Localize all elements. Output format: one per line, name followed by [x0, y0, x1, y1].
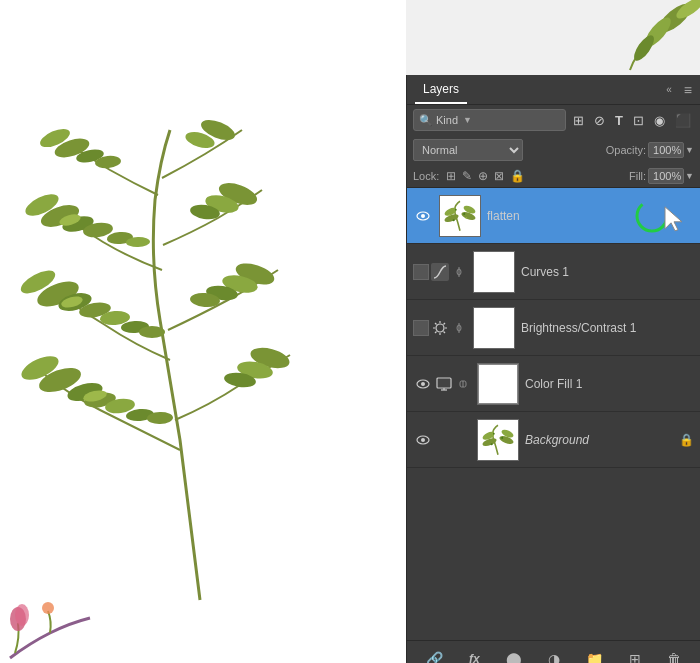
layer-item-flatten[interactable]: flatten — [407, 188, 700, 244]
filter-icon-image[interactable]: ⊞ — [570, 111, 587, 130]
svg-point-62 — [436, 324, 444, 332]
svg-point-53 — [453, 219, 455, 221]
opacity-dropdown-arrow[interactable]: ▼ — [685, 145, 694, 155]
layer-link-colorfill1 — [455, 376, 471, 392]
canvas-area — [0, 0, 406, 663]
filter-icon-adjust[interactable]: ⊘ — [591, 111, 608, 130]
layer-name-brightness1: Brightness/Contrast 1 — [521, 321, 694, 335]
layer-visibility-background[interactable] — [413, 434, 433, 446]
layer-adj-icon-colorfill1 — [433, 373, 455, 395]
bottom-icon-adjust[interactable]: ◑ — [543, 647, 565, 664]
svg-line-69 — [444, 323, 446, 325]
layer-item-curves1[interactable]: Curves 1 — [407, 244, 700, 300]
lock-icon-paint[interactable]: ✎ — [461, 168, 473, 184]
lock-icon-all[interactable]: 🔒 — [509, 168, 526, 184]
filter-icon-text[interactable]: T — [612, 111, 626, 130]
top-right-leaf-svg — [600, 0, 700, 75]
layer-thumb-brightness1 — [473, 307, 515, 349]
fill-value[interactable]: 100% — [648, 168, 684, 184]
svg-point-41 — [42, 602, 54, 614]
layer-item-brightness1[interactable]: Brightness/Contrast 1 — [407, 300, 700, 356]
layer-link-curves1 — [451, 264, 467, 280]
svg-point-73 — [421, 382, 425, 386]
link-icon-curves1 — [453, 266, 465, 278]
blend-opacity-row: Normal Opacity: 100% ▼ — [407, 135, 700, 165]
opacity-label: Opacity: — [606, 144, 646, 156]
panel-bottom-toolbar: 🔗 fx ⬤ ◑ 📁 ⊞ 🗑 — [407, 640, 700, 663]
fill-control: Fill: 100% ▼ — [629, 168, 694, 184]
svg-point-54 — [463, 212, 465, 214]
leaf-illustration — [0, 20, 406, 660]
blend-mode-select[interactable]: Normal — [413, 139, 523, 161]
search-icon: 🔍 — [419, 114, 433, 127]
svg-line-70 — [435, 331, 437, 333]
panel-header: Layers « ≡ — [407, 75, 700, 105]
layer-thumb-curves1 — [473, 251, 515, 293]
layer-link-brightness1 — [451, 320, 467, 336]
layer-name-colorfill1: Color Fill 1 — [525, 377, 694, 391]
cursor-arrow-icon — [662, 204, 686, 232]
svg-point-80 — [421, 438, 425, 442]
panel-menu-icon[interactable]: ≡ — [684, 82, 692, 98]
tab-layers[interactable]: Layers — [415, 75, 467, 104]
svg-point-55 — [455, 208, 457, 210]
filter-icon-shape[interactable]: ⊡ — [630, 111, 647, 130]
eye-icon-flatten — [416, 210, 430, 222]
bottom-icon-link[interactable]: 🔗 — [421, 647, 448, 664]
svg-line-67 — [435, 323, 437, 325]
filter-icon-pixel[interactable]: ⬛ — [672, 111, 694, 130]
panel-tabs: Layers — [415, 75, 467, 104]
link-icon-brightness1 — [453, 322, 465, 334]
lock-row: Lock: ⊞ ✎ ⊕ ⊠ 🔒 Fill: 100% ▼ — [407, 165, 700, 188]
filter-kind-label: Kind — [436, 114, 458, 126]
svg-point-40 — [15, 604, 29, 626]
layer-name-curves1: Curves 1 — [521, 265, 694, 279]
filter-search-box[interactable]: 🔍 Kind ▼ — [413, 109, 566, 131]
layer-visibility-flatten[interactable] — [413, 210, 433, 222]
svg-point-33 — [139, 326, 165, 338]
layer-thumb-background — [477, 419, 519, 461]
lock-label: Lock: — [413, 170, 439, 182]
svg-point-47 — [421, 214, 425, 218]
lock-icon-artboard[interactable]: ⊠ — [493, 168, 505, 184]
svg-point-88 — [493, 432, 495, 434]
bottom-icon-delete[interactable]: 🗑 — [662, 647, 686, 664]
lock-icon-position[interactable]: ⊕ — [477, 168, 489, 184]
layer-visibility-colorfill1[interactable] — [413, 378, 433, 390]
monitor-icon — [435, 375, 453, 393]
brightness-icon — [431, 319, 449, 337]
opacity-control: Opacity: 100% ▼ — [606, 142, 694, 158]
bottom-icon-fx[interactable]: fx — [464, 648, 485, 664]
layer-adj-icon-brightness1 — [429, 317, 451, 339]
filter-icon-smart[interactable]: ◉ — [651, 111, 668, 130]
lock-icon-transparency[interactable]: ⊞ — [445, 168, 457, 184]
bottom-icon-mask[interactable]: ⬤ — [501, 647, 527, 664]
svg-rect-77 — [438, 379, 450, 387]
layer-checkbox-curves1[interactable] — [413, 264, 429, 280]
svg-point-56 — [449, 214, 451, 216]
layer-checkbox-brightness1[interactable] — [413, 320, 429, 336]
layer-thumb-colorfill1 — [477, 363, 519, 405]
svg-point-87 — [501, 436, 503, 438]
svg-marker-59 — [665, 206, 682, 230]
layers-tab-label: Layers — [423, 82, 459, 96]
bottom-decoration — [0, 573, 130, 663]
filter-row: 🔍 Kind ▼ ⊞ ⊘ T ⊡ ◉ ⬛ — [407, 105, 700, 135]
fill-label: Fill: — [629, 170, 646, 182]
layer-item-colorfill1[interactable]: Color Fill 1 — [407, 356, 700, 412]
opacity-value[interactable]: 100% — [648, 142, 684, 158]
svg-point-86 — [491, 443, 493, 445]
fill-dropdown-arrow[interactable]: ▼ — [685, 171, 694, 181]
filter-dropdown-arrow: ▼ — [463, 115, 472, 125]
layer-thumb-flatten — [439, 195, 481, 237]
layer-adj-icon-curves1 — [429, 261, 451, 283]
layer-lock-background: 🔒 — [679, 433, 694, 447]
svg-point-57 — [465, 217, 467, 219]
svg-point-44 — [630, 32, 657, 63]
top-right-decoration — [600, 0, 700, 75]
bottom-icon-folder[interactable]: 📁 — [581, 647, 608, 664]
panel-collapse-arrows[interactable]: « — [666, 84, 672, 95]
thumb-leaf-svg — [441, 197, 479, 235]
layer-item-background[interactable]: Background 🔒 — [407, 412, 700, 468]
bottom-icon-new[interactable]: ⊞ — [624, 647, 646, 664]
